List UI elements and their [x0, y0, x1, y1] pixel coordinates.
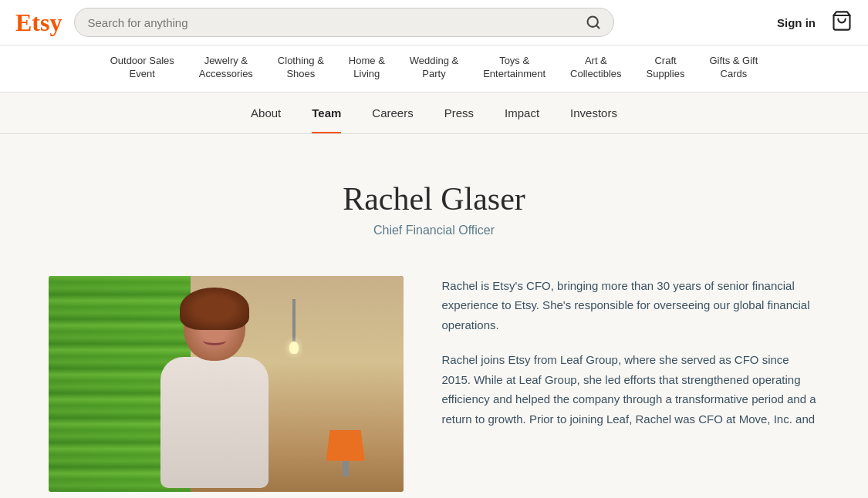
person-bio: Rachel is Etsy's CFO, bringing more than… — [442, 276, 820, 492]
person-head — [184, 291, 245, 361]
search-icon — [586, 15, 601, 30]
etsy-logo[interactable]: Etsy — [15, 8, 62, 37]
search-button[interactable] — [586, 15, 601, 30]
nav-item-jewelry[interactable]: Jewelry &Accessories — [187, 45, 265, 92]
search-bar — [74, 8, 614, 37]
main-nav: Outdoor SalesEvent Jewelry &Accessories … — [0, 45, 868, 93]
search-input[interactable] — [87, 16, 579, 29]
subnav-impact[interactable]: Impact — [505, 106, 539, 133]
subnav-investors[interactable]: Investors — [570, 106, 617, 133]
cart-icon[interactable] — [831, 10, 853, 35]
person-photo — [49, 276, 404, 492]
site-header: Etsy Sign in — [0, 0, 868, 45]
person-silhouette — [137, 291, 292, 492]
light-fixture — [292, 299, 296, 345]
nav-item-clothing[interactable]: Clothing &Shoes — [265, 45, 336, 92]
orange-lamp — [326, 430, 365, 476]
nav-item-home-living[interactable]: Home &Living — [336, 45, 397, 92]
person-header: Rachel Glaser Chief Financial Officer — [15, 180, 853, 237]
person-section: Rachel is Etsy's CFO, bringing more than… — [49, 276, 820, 492]
main-content: Rachel Glaser Chief Financial Officer — [0, 134, 868, 498]
photo-background — [49, 276, 404, 492]
lamp-shade — [326, 430, 365, 461]
nav-item-gifts[interactable]: Gifts & GiftCards — [697, 45, 770, 92]
lamp-base — [343, 461, 349, 476]
svg-line-1 — [596, 25, 599, 29]
person-hair — [180, 288, 249, 330]
subnav-careers[interactable]: Careers — [372, 106, 413, 133]
nav-item-toys[interactable]: Toys &Entertainment — [471, 45, 558, 92]
sub-nav: About Team Careers Press Impact Investor… — [0, 93, 868, 134]
person-title: Chief Financial Officer — [15, 224, 853, 237]
bio-paragraph-2: Rachel joins Etsy from Leaf Group, where… — [442, 350, 820, 429]
nav-item-art[interactable]: Art &Collectibles — [558, 45, 633, 92]
nav-item-wedding[interactable]: Wedding &Party — [397, 45, 471, 92]
person-smile — [203, 336, 226, 345]
sign-in-button[interactable]: Sign in — [777, 16, 816, 29]
subnav-press[interactable]: Press — [444, 106, 474, 133]
header-actions: Sign in — [777, 10, 853, 35]
nav-item-outdoor-sales[interactable]: Outdoor SalesEvent — [98, 45, 187, 92]
subnav-team[interactable]: Team — [312, 106, 341, 133]
person-body — [160, 357, 269, 488]
nav-item-craft[interactable]: CraftSupplies — [634, 45, 697, 92]
subnav-about[interactable]: About — [251, 106, 281, 133]
person-name: Rachel Glaser — [15, 180, 853, 217]
bio-paragraph-1: Rachel is Etsy's CFO, bringing more than… — [442, 276, 820, 335]
